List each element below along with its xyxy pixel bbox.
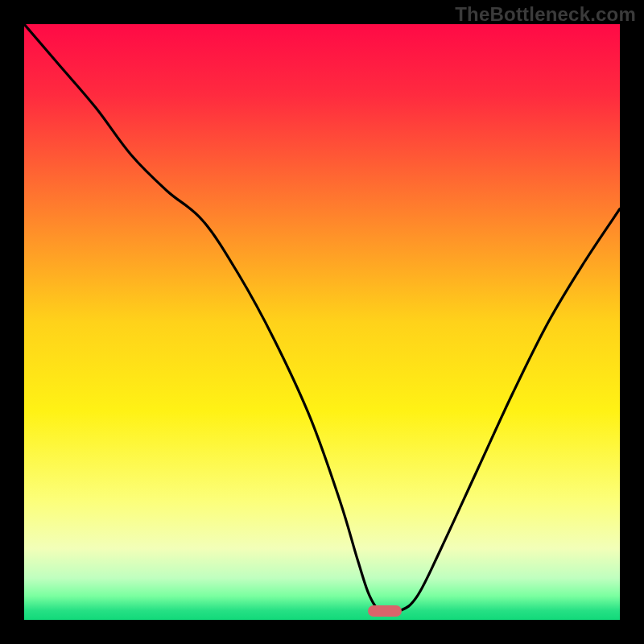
- plot-area: [24, 24, 620, 620]
- optimum-marker: [368, 605, 402, 617]
- watermark-text: TheBottleneck.com: [455, 3, 636, 26]
- bottleneck-curve: [24, 24, 620, 620]
- chart-frame: TheBottleneck.com: [0, 0, 644, 644]
